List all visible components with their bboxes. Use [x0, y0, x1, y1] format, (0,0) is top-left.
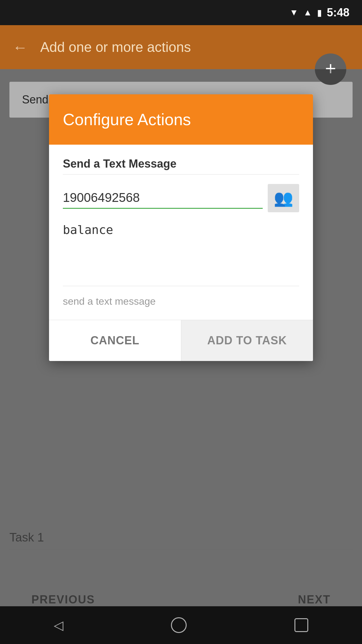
contacts-button[interactable]: 👥	[268, 184, 299, 212]
add-to-task-button[interactable]: ADD TO TASK	[181, 320, 313, 361]
phone-input[interactable]	[63, 187, 263, 209]
status-bar: ▼ ▲ ▮ 5:48	[0, 0, 362, 25]
dialog-overlay: Configure Actions Send a Text Message 👥 …	[0, 69, 362, 644]
cancel-button[interactable]: CANCEL	[49, 320, 181, 361]
section-divider	[63, 174, 299, 175]
page-title: Add one or more actions	[40, 39, 191, 55]
message-input[interactable]: balance	[63, 222, 299, 285]
phone-input-row: 👥	[63, 184, 299, 212]
message-divider	[63, 286, 299, 286]
status-icons: ▼ ▲ ▮ 5:48	[290, 6, 350, 19]
back-button[interactable]: ←	[13, 39, 28, 56]
app-header: ← Add one or more actions +	[0, 25, 362, 69]
dialog-buttons: CANCEL ADD TO TASK	[49, 320, 313, 361]
dialog-header: Configure Actions	[49, 94, 313, 145]
dialog-section-title: Send a Text Message	[63, 157, 299, 170]
battery-icon: ▮	[317, 8, 322, 18]
wifi-icon: ▼	[290, 8, 299, 18]
dialog-title: Configure Actions	[63, 110, 191, 129]
status-time: 5:48	[327, 6, 349, 19]
dialog-hint: send a text message	[63, 296, 299, 320]
contacts-icon: 👥	[274, 189, 293, 207]
configure-actions-dialog: Configure Actions Send a Text Message 👥 …	[49, 94, 313, 361]
signal-icon: ▲	[303, 8, 312, 18]
dialog-body: Send a Text Message 👥 balance send a tex…	[49, 145, 313, 320]
